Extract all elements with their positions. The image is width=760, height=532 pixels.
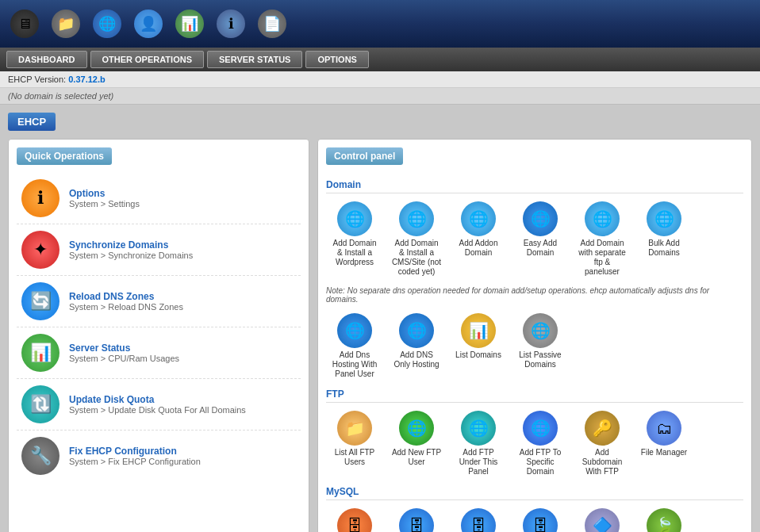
quick-ops-title: Quick Operations <box>17 147 112 165</box>
sync-domains-op-icon: ✦ <box>21 231 59 269</box>
menu-bar: DASHBOARD OTHER OPERATIONS SERVER STATUS… <box>0 48 760 71</box>
update-quota-op[interactable]: 🔃 Update Disk Quota System > Update Disk… <box>17 379 301 431</box>
domain-dns-icon-grid: 🌐 Add Dns Hosting With Panel User 🌐 Add … <box>326 310 743 382</box>
add-mysql-existing-user[interactable]: 🗄 Add MySQL Database To Existing User <box>450 505 507 532</box>
easy-add-domain-icon: 🌐 <box>523 201 558 236</box>
options-op-title: Options <box>69 188 140 199</box>
options-op[interactable]: ℹ Options System > Settings <box>17 173 301 224</box>
reload-dns-op[interactable]: 🔄 Reload DNS Zones System > Reload DNS Z… <box>17 276 301 327</box>
list-passive-domains-icon: 🌐 <box>523 313 558 348</box>
add-ftp-domain[interactable]: 🌐 Add FTP To Specific Domain <box>512 408 569 480</box>
person-nav-icon[interactable]: 👤 <box>132 7 165 40</box>
folder-nav-icon[interactable]: 📁 <box>49 7 83 40</box>
reload-dns-op-subtitle: System > Reload DNS Zones <box>69 302 183 312</box>
add-mysql-existing-user-icon: 🗄 <box>461 508 496 532</box>
add-dns-only[interactable]: 🌐 Add DNS Only Hosting <box>388 310 445 382</box>
reload-dns-op-text: Reload DNS Zones System > Reload DNS Zon… <box>69 291 183 312</box>
control-panel: Control panel Domain 🌐 Add Domain & Inst… <box>317 139 752 532</box>
add-ftp-user[interactable]: 🌐 Add New FTP User <box>388 408 445 480</box>
mysql-section-title: MySQL <box>326 486 743 500</box>
add-domain-cms-icon: 🌐 <box>399 201 434 236</box>
domain-icon-grid: 🌐 Add Domain & Install a Wordpress 🌐 Add… <box>326 198 743 280</box>
two-column-layout: Quick Operations ℹ Options System > Sett… <box>8 139 752 532</box>
add-subdomain-ftp[interactable]: 🔑 Add Subdomain With FTP <box>574 408 631 480</box>
list-domains-icon: 📊 <box>461 313 496 348</box>
list-ftp-users[interactable]: 📁 List All FTP Users <box>326 408 383 480</box>
easy-add-domain[interactable]: 🌐 Easy Add Domain <box>512 198 569 280</box>
server-status-op-title: Server Status <box>69 343 179 354</box>
list-domains-label: List Domains <box>455 350 501 360</box>
add-ftp-panel[interactable]: 🌐 Add FTP Under This Panel <box>450 408 507 480</box>
nav-icons: 🖥 📁 🌐 👤 📊 ℹ 📄 <box>8 7 289 40</box>
add-domain-wordpress[interactable]: 🌐 Add Domain & Install a Wordpress <box>326 198 383 280</box>
add-dns-hosting-icon: 🌐 <box>337 313 372 348</box>
list-passive-domains-label: List Passive Domains <box>515 350 566 369</box>
update-quota-op-text: Update Disk Quota System > Update Disk Q… <box>69 394 246 415</box>
bulk-add-domains[interactable]: 🌐 Bulk Add Domains <box>635 198 693 280</box>
add-ftp-user-icon: 🌐 <box>399 411 434 446</box>
server-status-btn[interactable]: SERVER STATUS <box>207 51 302 68</box>
domain-note: Note: No separate dns operation needed f… <box>326 286 743 304</box>
add-ftp-domain-icon: 🌐 <box>523 411 558 446</box>
add-dns-hosting[interactable]: 🌐 Add Dns Hosting With Panel User <box>326 310 383 382</box>
add-mysql-existing-db-icon: 🗄 <box>523 508 558 532</box>
add-ftp-panel-icon: 🌐 <box>461 411 496 446</box>
add-dns-hosting-label: Add Dns Hosting With Panel User <box>329 350 380 379</box>
dashboard-btn[interactable]: DASHBOARD <box>6 51 87 68</box>
fix-ehcp-op[interactable]: 🔧 Fix EHCP Configuration System > Fix EH… <box>17 431 301 481</box>
add-dns-only-icon: 🌐 <box>399 313 434 348</box>
top-navigation: 🖥 📁 🌐 👤 📊 ℹ 📄 <box>0 0 760 48</box>
update-quota-op-icon: 🔃 <box>21 385 59 423</box>
domain-bar: (No domain is selected yet) <box>0 88 760 105</box>
add-domain-separate-ftp[interactable]: 🌐 Add Domain with separate ftp & panelus… <box>574 198 631 280</box>
ehcp-label: EHCP <box>8 113 56 131</box>
add-subdomain-ftp-icon: 🔑 <box>585 411 620 446</box>
add-mysql-existing-db[interactable]: 🗄 Add MySQL User To Existing Database <box>512 505 569 532</box>
file-manager-label: File Manager <box>641 448 687 457</box>
add-ftp-panel-label: Add FTP Under This Panel <box>453 448 504 477</box>
chive[interactable]: 🍃 Chive <box>635 505 693 532</box>
file-manager-icon: 🗂 <box>647 411 681 446</box>
add-domain-separate-ftp-label: Add Domain with separate ftp & paneluser <box>577 239 628 277</box>
file-nav-icon[interactable]: 📄 <box>255 7 289 40</box>
list-passive-domains[interactable]: 🌐 List Passive Domains <box>512 310 569 382</box>
add-ftp-domain-label: Add FTP To Specific Domain <box>515 448 566 477</box>
add-dns-only-label: Add DNS Only Hosting <box>391 350 442 369</box>
ftp-section-title: FTP <box>326 388 743 403</box>
version-link[interactable]: 0.37.12.b <box>68 75 105 84</box>
main-content: EHCP Quick Operations ℹ Options System >… <box>0 105 760 532</box>
domain-status-text: (No domain is selected yet) <box>8 91 113 101</box>
add-mysql-db-user[interactable]: 🗄 Add MySQL Database & User <box>388 505 445 532</box>
options-op-icon: ℹ <box>21 179 59 217</box>
chart-nav-icon[interactable]: 📊 <box>173 7 206 40</box>
fix-ehcp-op-text: Fix EHCP Configuration System > Fix EHCP… <box>69 446 201 466</box>
sync-domains-op[interactable]: ✦ Synchronize Domains System > Synchroni… <box>17 224 301 276</box>
server-status-op[interactable]: 📊 Server Status System > CPU/Ram Usages <box>17 327 301 379</box>
list-domains[interactable]: 📊 List Domains <box>450 310 507 382</box>
sync-domains-op-text: Synchronize Domains System > Synchronize… <box>69 239 193 260</box>
add-domain-cms[interactable]: 🌐 Add Domain & Install a CMS/Site (not c… <box>388 198 445 280</box>
info-nav-icon[interactable]: ℹ <box>214 7 248 40</box>
chive-icon: 🍃 <box>647 508 681 532</box>
list-mysql[interactable]: 🗄 List MySQL Databases <box>326 505 383 532</box>
easy-add-domain-label: Easy Add Domain <box>515 239 566 258</box>
add-domain-wordpress-label: Add Domain & Install a Wordpress <box>329 239 380 267</box>
add-addon-domain-icon: 🌐 <box>461 201 496 236</box>
globe-nav-icon[interactable]: 🌐 <box>90 7 124 40</box>
list-ftp-users-label: List All FTP Users <box>329 448 380 467</box>
add-domain-cms-label: Add Domain & Install a CMS/Site (not cod… <box>391 239 442 277</box>
version-bar: EHCP Version: 0.37.12.b <box>0 71 760 88</box>
add-domain-wordpress-icon: 🌐 <box>337 201 372 236</box>
monitor-nav-icon[interactable]: 🖥 <box>8 7 41 40</box>
add-addon-domain[interactable]: 🌐 Add Addon Domain <box>450 198 507 280</box>
list-ftp-users-icon: 📁 <box>337 411 372 446</box>
add-mysql-db-user-icon: 🗄 <box>399 508 434 532</box>
phpmyadmin[interactable]: 🔷 PHPmyAdmin <box>574 505 631 532</box>
other-ops-btn[interactable]: OTHER OPERATIONS <box>90 51 204 68</box>
options-op-subtitle: System > Settings <box>69 199 140 209</box>
update-quota-op-title: Update Disk Quota <box>69 394 246 405</box>
options-btn[interactable]: OPTIONS <box>305 51 369 68</box>
version-prefix: EHCP Version: <box>8 75 68 84</box>
file-manager[interactable]: 🗂 File Manager <box>635 408 693 480</box>
domain-section-title: Domain <box>326 179 743 193</box>
